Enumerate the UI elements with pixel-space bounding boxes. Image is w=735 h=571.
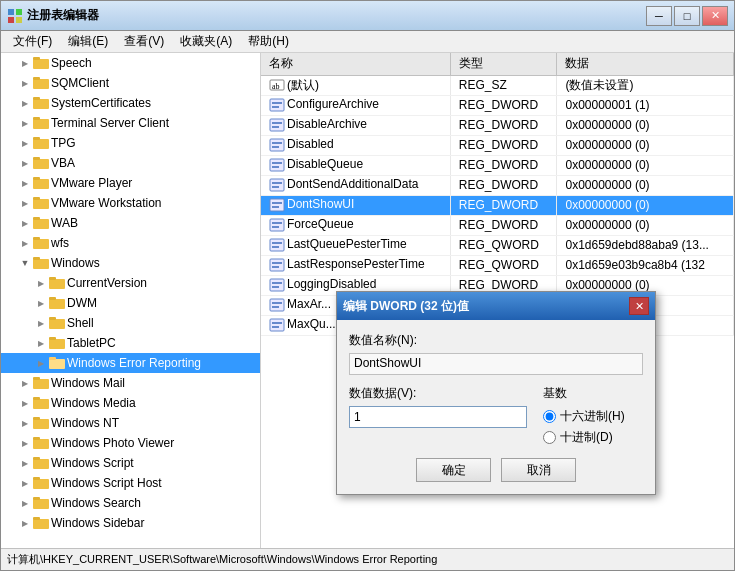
dec-radio-text: 十进制(D) xyxy=(560,429,613,446)
name-label: 数值名称(N): xyxy=(349,332,643,349)
hex-radio-text: 十六进制(H) xyxy=(560,408,625,425)
edit-dword-dialog: 编辑 DWORD (32 位)值 ✕ 数值名称(N): DontShowUI 数… xyxy=(336,291,656,495)
dec-radio-label[interactable]: 十进制(D) xyxy=(543,429,643,446)
dialog-title-bar: 编辑 DWORD (32 位)值 ✕ xyxy=(337,292,655,320)
value-input[interactable] xyxy=(349,406,527,428)
hex-radio[interactable] xyxy=(543,410,556,423)
dialog-buttons: 确定 取消 xyxy=(349,458,643,482)
main-window: 注册表编辑器 ─ □ ✕ 文件(F) 编辑(E) 查看(V) 收藏夹(A) 帮助… xyxy=(0,0,735,571)
dialog-body: 数值名称(N): DontShowUI 数值数据(V): 基数 十六进制(H) xyxy=(337,320,655,494)
dialog-overlay: 编辑 DWORD (32 位)值 ✕ 数值名称(N): DontShowUI 数… xyxy=(1,1,734,570)
ok-button[interactable]: 确定 xyxy=(416,458,491,482)
base-label: 基数 xyxy=(543,385,643,402)
dialog-title: 编辑 DWORD (32 位)值 xyxy=(343,298,629,315)
value-label: 数值数据(V): xyxy=(349,385,527,402)
dec-radio[interactable] xyxy=(543,431,556,444)
radio-group: 十六进制(H) 十进制(D) xyxy=(543,408,643,446)
hex-radio-label[interactable]: 十六进制(H) xyxy=(543,408,643,425)
cancel-button[interactable]: 取消 xyxy=(501,458,576,482)
base-col: 基数 十六进制(H) 十进制(D) xyxy=(543,385,643,446)
value-col: 数值数据(V): xyxy=(349,385,527,428)
dialog-close-button[interactable]: ✕ xyxy=(629,297,649,315)
value-row: 数值数据(V): 基数 十六进制(H) 十进制(D) xyxy=(349,385,643,446)
name-field: DontShowUI xyxy=(349,353,643,375)
